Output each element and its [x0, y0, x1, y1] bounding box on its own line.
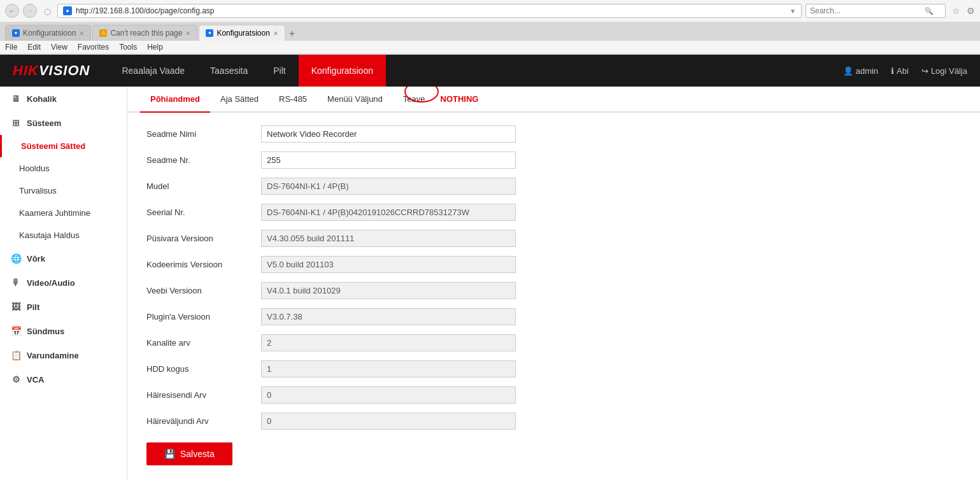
tab-menuu-valjund[interactable]: Menüü Väljund	[317, 87, 393, 113]
sidebar: 🖥 Kohalik ⊞ Süsteem Süsteemi Sätted Hool…	[0, 87, 127, 479]
browser-toolbar: ← → ◌ ● http://192.168.8.100/doc/page/co…	[0, 0, 980, 22]
top-nav: HIKVISION Reaalaja Vaade Taasesita Pilt …	[0, 55, 980, 87]
sidebar-item-kasutaja-haldus[interactable]: Kasutaja Haldus	[0, 224, 127, 246]
nav-abi[interactable]: ℹ Abi	[891, 66, 909, 76]
input-kanalite-arv	[261, 334, 516, 351]
content-wrapper: Põhiandmed Aja Sätted RS-485 Menüü Välju…	[127, 87, 980, 478]
form-row-kanalite-arv: Kanalite arv	[146, 334, 961, 351]
label-kodeerimis-versioon: Kodeerimis Versioon	[146, 260, 261, 269]
input-pusivara-versioon	[261, 230, 516, 247]
address-dropdown-icon[interactable]: ▼	[790, 8, 796, 15]
sidebar-item-turvalisus[interactable]: Turvalisus	[0, 180, 127, 202]
browser-chrome: ← → ◌ ● http://192.168.8.100/doc/page/co…	[0, 0, 980, 55]
tab-aja-satted[interactable]: Aja Sätted	[210, 87, 269, 113]
browser-tab-1[interactable]: ● Konfiguratsioon ✕	[5, 25, 91, 41]
video-icon: 🎙	[10, 277, 22, 288]
tab2-close-icon[interactable]: ✕	[185, 30, 190, 37]
search-bar[interactable]: 🔍	[806, 4, 946, 18]
input-mudel	[261, 178, 516, 195]
label-pusivara-versioon: Püsivara Versioon	[146, 234, 261, 243]
menu-favorites[interactable]: Favorites	[78, 43, 109, 52]
browser-tabs: ● Konfiguratsioon ✕ ⚠ Can't reach this p…	[0, 22, 980, 41]
tab3-label: Konfiguratsioon	[217, 29, 269, 38]
settings-icon[interactable]: ⚙	[967, 6, 975, 16]
backup-icon: 📋	[10, 349, 22, 361]
vca-icon: ⚙	[10, 374, 22, 385]
calendar-icon: 📅	[10, 325, 22, 337]
favorites-star-icon[interactable]: ☆	[952, 6, 960, 16]
nav-taasesita[interactable]: Taasesita	[197, 55, 260, 87]
input-hdd-kogus	[261, 360, 516, 378]
tab2-favicon: ⚠	[99, 29, 107, 37]
label-veebi-versioon: Veebi Versioon	[146, 286, 261, 295]
new-tab-button[interactable]: +	[287, 28, 297, 39]
menu-view[interactable]: View	[51, 43, 67, 52]
input-seerial-nr	[261, 204, 516, 221]
tab-pohiandmed[interactable]: Põhiandmed	[140, 87, 210, 113]
search-icon[interactable]: 🔍	[925, 7, 934, 15]
back-button[interactable]: ←	[5, 4, 19, 18]
sidebar-item-vca[interactable]: ⚙ VCA	[0, 367, 127, 392]
address-favicon: ●	[63, 6, 72, 15]
menu-file[interactable]: File	[5, 43, 17, 52]
menu-edit[interactable]: Edit	[27, 43, 41, 52]
menu-help[interactable]: Help	[147, 43, 163, 52]
sidebar-item-pilt[interactable]: 🖼 Pilt	[0, 295, 127, 319]
tab3-close-icon[interactable]: ✕	[273, 30, 278, 37]
label-seadme-nr: Seadme Nr.	[146, 155, 261, 165]
sidebar-item-kaamera-juhtimine[interactable]: Kaamera Juhtimine	[0, 202, 127, 224]
top-nav-right: 👤 admin ℹ Abi ↪ Logi Välja	[843, 66, 967, 76]
address-text: http://192.168.8.100/doc/page/config.asp	[76, 6, 790, 15]
sidebar-item-vork[interactable]: 🌐 Võrk	[0, 246, 127, 271]
form-row-veebi-versioon: Veebi Versioon	[146, 282, 961, 299]
nav-pilt[interactable]: Pilt	[260, 55, 298, 87]
system-icon: ⊞	[10, 117, 22, 129]
input-seadme-nimi[interactable]	[261, 125, 516, 143]
tab-rs485[interactable]: RS-485	[269, 87, 317, 113]
logout-icon: ↪	[921, 66, 928, 76]
tab2-label: Can't reach this page	[110, 29, 182, 38]
admin-icon: 👤	[843, 66, 853, 76]
content-area: Põhiandmed Aja Sätted RS-485 Menüü Välju…	[127, 87, 980, 479]
input-hairesisendi-arv	[261, 386, 516, 404]
address-bar[interactable]: ● http://192.168.8.100/doc/page/config.a…	[57, 4, 802, 18]
content-tabs: Põhiandmed Aja Sätted RS-485 Menüü Välju…	[127, 87, 980, 113]
form-row-seadme-nr: Seadme Nr.	[146, 152, 961, 169]
refresh-button[interactable]: ◌	[41, 4, 53, 17]
sidebar-item-kohalik[interactable]: 🖥 Kohalik	[0, 87, 127, 111]
forward-button[interactable]: →	[23, 4, 37, 18]
tab3-favicon: ●	[206, 29, 213, 37]
tab-teave[interactable]: Teave	[393, 87, 436, 113]
form-row-hairevaljundi-arv: Häireväljundi Arv	[146, 413, 961, 430]
form-container: Seadme Nimi Seadme Nr. Mudel	[127, 113, 980, 478]
save-button[interactable]: 💾 Salvesta	[146, 442, 232, 465]
form-row-mudel: Mudel	[146, 178, 961, 195]
browser-tab-3[interactable]: ● Konfiguratsioon ✕	[199, 25, 285, 41]
sidebar-item-susteemi-satted[interactable]: Süsteemi Sätted	[0, 135, 127, 157]
app-container: HIKVISION Reaalaja Vaade Taasesita Pilt …	[0, 55, 980, 479]
search-input[interactable]	[810, 6, 925, 15]
form-row-hairesisendi-arv: Häiresisendi Arv	[146, 386, 961, 404]
input-veebi-versioon	[261, 282, 516, 299]
form-row-plugin-versioon: Plugin'a Versioon	[146, 308, 961, 325]
annotation-nothing-text: NOTHING	[441, 94, 479, 104]
nav-konfiguratsioon[interactable]: Konfiguratsioon	[299, 55, 386, 87]
sidebar-item-hooldus[interactable]: Hooldus	[0, 157, 127, 180]
label-mudel: Mudel	[146, 181, 261, 191]
sidebar-item-varundamine[interactable]: 📋 Varundamine	[0, 343, 127, 367]
input-seadme-nr[interactable]	[261, 152, 516, 169]
info-icon: ℹ	[891, 66, 894, 76]
nav-logout[interactable]: ↪ Logi Välja	[921, 66, 967, 76]
tab1-close-icon[interactable]: ✕	[79, 30, 84, 37]
input-plugin-versioon	[261, 308, 516, 325]
app-logo: HIKVISION	[13, 62, 90, 79]
input-hairevaljundi-arv	[261, 413, 516, 430]
sidebar-item-susteem[interactable]: ⊞ Süsteem	[0, 111, 127, 135]
browser-tab-2[interactable]: ⚠ Can't reach this page ✕	[92, 25, 197, 41]
nav-reaalaja[interactable]: Reaalaja Vaade	[109, 55, 197, 87]
image-icon: 🖼	[10, 301, 22, 313]
sidebar-item-sundmus[interactable]: 📅 Sündmus	[0, 319, 127, 343]
menu-tools[interactable]: Tools	[119, 43, 137, 52]
sidebar-item-video-audio[interactable]: 🎙 Video/Audio	[0, 271, 127, 295]
nav-admin[interactable]: 👤 admin	[843, 66, 878, 76]
